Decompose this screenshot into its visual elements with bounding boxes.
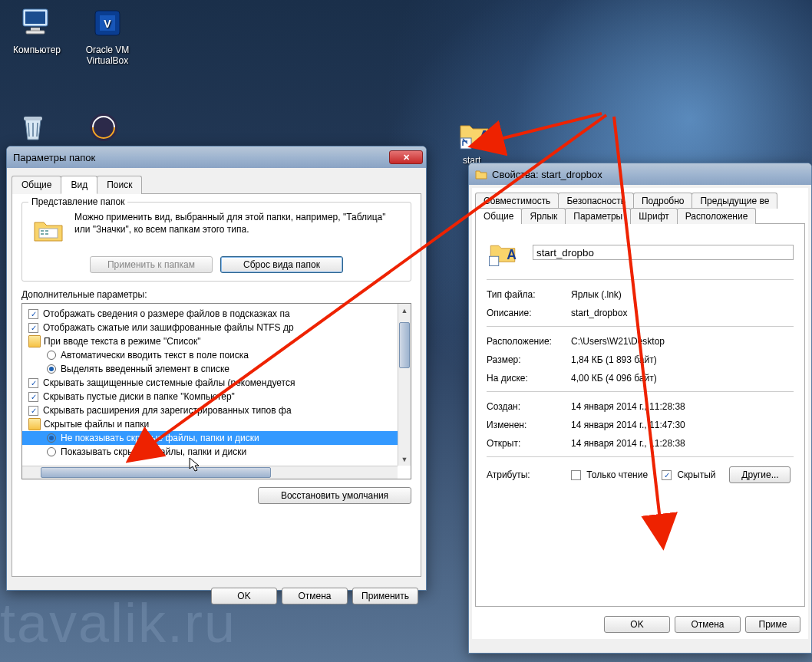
computer-icon bbox=[18, 5, 55, 41]
tab-layout[interactable]: Расположение bbox=[677, 208, 757, 224]
svg-rect-12 bbox=[41, 230, 44, 232]
tab-strip: Совместимость Безопасность Подробно Пред… bbox=[472, 188, 808, 208]
titlebar[interactable]: Параметры папок ✕ bbox=[7, 147, 426, 168]
svg-rect-9 bbox=[460, 138, 471, 149]
svg-rect-3 bbox=[26, 31, 45, 34]
svg-rect-16 bbox=[490, 256, 499, 265]
tree-item-label: Скрывать расширения для зарегистрированн… bbox=[43, 405, 292, 416]
apply-button[interactable]: Применить bbox=[352, 588, 418, 604]
tab-security[interactable]: Безопасность bbox=[558, 193, 634, 209]
tree-item[interactable]: Скрывать пустые диски в папке "Компьютер… bbox=[22, 390, 398, 403]
tab-previous[interactable]: Предыдущие ве bbox=[692, 193, 777, 209]
recycle-bin-icon bbox=[15, 109, 51, 146]
vertical-scrollbar[interactable]: ▲ ▼ bbox=[398, 304, 411, 466]
checkbox-icon[interactable] bbox=[28, 392, 38, 402]
readonly-checkbox[interactable] bbox=[571, 470, 581, 480]
tree-item[interactable]: Выделять введенный элемент в списке bbox=[22, 362, 398, 376]
modified-value: 14 января 2014 г., 11:47:30 bbox=[571, 420, 685, 430]
window-title: Свойства: start_dropbox bbox=[492, 169, 808, 180]
file-name-input[interactable] bbox=[533, 245, 794, 260]
horizontal-scrollbar[interactable] bbox=[22, 466, 398, 479]
desktop-icon-virtualbox[interactable]: V Oracle VM VirtualBox bbox=[77, 5, 138, 66]
tree-item[interactable]: Скрывать расширения для зарегистрированн… bbox=[22, 403, 398, 417]
tree-item[interactable]: Автоматически вводить текст в поле поиск… bbox=[22, 348, 398, 362]
created-label: Создан: bbox=[487, 401, 571, 412]
location-label: Расположение: bbox=[487, 336, 571, 347]
tab-view[interactable]: Вид bbox=[61, 176, 97, 194]
modified-label: Изменен: bbox=[487, 420, 571, 430]
tree-item-label: Показывать скрытые файлы, папки и диски bbox=[61, 446, 246, 457]
desc-value: start_dropbox bbox=[571, 308, 627, 318]
folder-views-desc: Можно применить вид, выбранный для этой … bbox=[74, 212, 403, 249]
checkbox-icon[interactable] bbox=[28, 323, 38, 333]
virtualbox-icon: V bbox=[89, 5, 126, 41]
svg-rect-1 bbox=[25, 12, 45, 24]
ok-button[interactable]: OK bbox=[211, 588, 277, 604]
radio-icon[interactable] bbox=[47, 364, 56, 374]
tree-item[interactable]: Отображать сведения о размере файлов в п… bbox=[22, 307, 398, 321]
eclipse-icon bbox=[85, 109, 122, 146]
tab-details[interactable]: Подробно bbox=[633, 193, 693, 209]
group-legend: Представление папок bbox=[28, 196, 127, 207]
tree-item[interactable]: Не показывать скрытые файлы, папки и дис… bbox=[22, 431, 398, 445]
svg-rect-15 bbox=[45, 233, 48, 235]
tree-item[interactable]: Отображать сжатые или зашифрованные файл… bbox=[22, 321, 398, 334]
ok-button[interactable]: OK bbox=[604, 616, 670, 633]
checkbox-icon[interactable] bbox=[28, 378, 38, 388]
desktop-icon-recycle[interactable] bbox=[6, 109, 60, 149]
desktop-icon-computer[interactable]: Компьютер bbox=[6, 5, 68, 55]
created-value: 14 января 2014 г., 11:28:38 bbox=[571, 401, 685, 412]
tree-item[interactable]: При вводе текста в режиме "Список" bbox=[22, 334, 398, 348]
cancel-button[interactable]: Отмена bbox=[282, 588, 348, 604]
shortcut-icon bbox=[475, 168, 487, 180]
checkbox-icon[interactable] bbox=[28, 406, 38, 416]
svg-rect-14 bbox=[41, 233, 44, 235]
size-label: Размер: bbox=[487, 354, 571, 365]
cancel-button[interactable]: Отмена bbox=[675, 616, 741, 633]
advanced-label: Дополнительные параметры: bbox=[21, 289, 411, 300]
svg-line-18 bbox=[497, 114, 602, 140]
tab-font[interactable]: Шрифт bbox=[630, 208, 677, 224]
reset-folders-button[interactable]: Сброс вида папок bbox=[220, 256, 343, 273]
checkbox-icon[interactable] bbox=[28, 309, 38, 319]
apply-button[interactable]: Приме bbox=[745, 616, 800, 633]
attributes-label: Атрибуты: bbox=[487, 469, 571, 480]
tree-item[interactable]: Скрытые файлы и папки bbox=[22, 417, 398, 431]
close-icon: ✕ bbox=[403, 153, 410, 163]
folder-options-dialog: Параметры папок ✕ Общие Вид Поиск Предст… bbox=[6, 146, 427, 591]
radio-icon[interactable] bbox=[47, 433, 56, 443]
titlebar[interactable]: Свойства: start_dropbox bbox=[469, 163, 811, 185]
scroll-up-icon[interactable]: ▲ bbox=[398, 304, 411, 317]
folder-icon bbox=[30, 212, 67, 249]
desktop-icon-start-dropbox[interactable]: A start_ bbox=[444, 115, 505, 166]
scroll-thumb[interactable] bbox=[41, 467, 271, 478]
svg-rect-2 bbox=[31, 28, 40, 31]
hidden-checkbox[interactable] bbox=[662, 470, 672, 480]
tab-general[interactable]: Общие bbox=[475, 208, 522, 224]
tree-item[interactable]: Скрывать защищенные системные файлы (рек… bbox=[22, 376, 398, 390]
desktop-label: Oracle VM VirtualBox bbox=[86, 44, 130, 66]
tab-general[interactable]: Общие bbox=[12, 176, 61, 194]
svg-point-8 bbox=[90, 114, 117, 141]
close-button[interactable]: ✕ bbox=[389, 150, 423, 164]
scroll-thumb[interactable] bbox=[399, 322, 410, 368]
tree-item-label: Отображать сведения о размере файлов в п… bbox=[43, 308, 290, 319]
desktop-icon-eclipse[interactable] bbox=[77, 109, 130, 149]
tab-compat[interactable]: Совместимость bbox=[475, 193, 559, 209]
other-attributes-button[interactable]: Другие... bbox=[729, 466, 791, 483]
tree-item-label: Скрытые файлы и папки bbox=[44, 419, 149, 430]
tree-item-label: Не показывать скрытые файлы, папки и дис… bbox=[61, 433, 259, 443]
tab-shortcut[interactable]: Ярлык bbox=[521, 208, 566, 224]
scroll-down-icon[interactable]: ▼ bbox=[398, 453, 411, 466]
general-panel: A Тип файла:Ярлык (.lnk) Описание:start_… bbox=[475, 223, 805, 607]
tab-options[interactable]: Параметры bbox=[565, 208, 631, 224]
tab-search[interactable]: Поиск bbox=[97, 176, 142, 194]
tree-item-label: Автоматически вводить текст в поле поиск… bbox=[61, 350, 249, 361]
radio-icon[interactable] bbox=[47, 447, 56, 456]
restore-defaults-button[interactable]: Восстановить умолчания bbox=[258, 487, 411, 504]
hidden-label: Скрытый bbox=[677, 469, 715, 480]
svg-rect-13 bbox=[45, 230, 48, 232]
advanced-treeview[interactable]: Отображать сведения о размере файлов в п… bbox=[21, 303, 411, 479]
radio-icon[interactable] bbox=[47, 351, 56, 360]
tree-item[interactable]: Показывать скрытые файлы, папки и диски bbox=[22, 445, 398, 459]
